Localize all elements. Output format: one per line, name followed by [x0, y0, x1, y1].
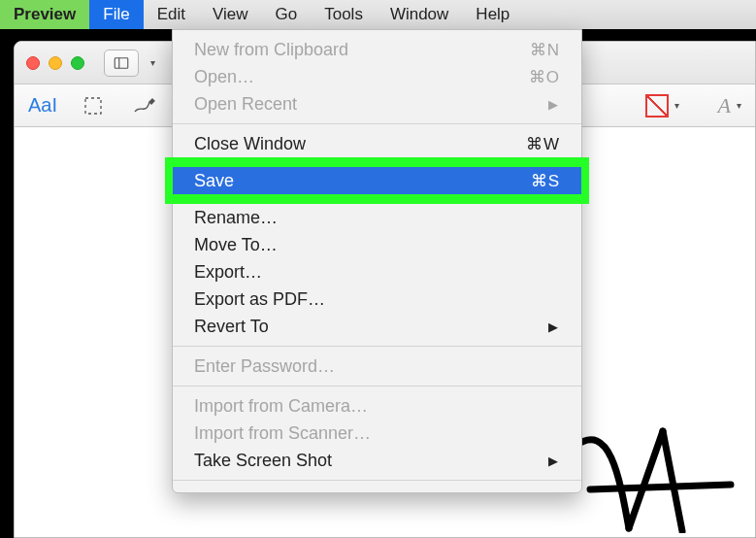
menubar: Preview File Edit View Go Tools Window H… — [0, 0, 756, 29]
menu-item-shortcut: ⌘S — [531, 171, 560, 191]
menu-item-export-as-pdf[interactable]: Export as PDF… — [173, 286, 581, 313]
svg-rect-9 — [85, 98, 101, 114]
menu-item-label: Export as PDF… — [194, 289, 560, 310]
menu-item-label: Move To… — [194, 235, 560, 255]
file-menu-dropdown: New from Clipboard⌘NOpen…⌘OOpen Recent▶ … — [172, 29, 582, 493]
menu-file[interactable]: File — [89, 0, 143, 29]
color-swatch-icon — [645, 94, 669, 118]
menu-item-label: Close Window — [194, 134, 526, 154]
svg-rect-0 — [115, 57, 128, 68]
close-button[interactable] — [26, 56, 40, 70]
menu-item-label: Enter Password… — [194, 356, 560, 377]
menu-item-shortcut: ⌘O — [529, 67, 560, 87]
menu-item-open-recent: Open Recent▶ — [173, 90, 581, 118]
submenu-arrow-icon: ▶ — [548, 454, 558, 468]
menu-item-take-screen-shot[interactable]: Take Screen Shot▶ — [173, 447, 581, 474]
sidebar-toggle-button[interactable] — [104, 50, 139, 77]
menu-view[interactable]: View — [199, 0, 262, 29]
menu-item-revert-to[interactable]: Revert To▶ — [173, 313, 581, 340]
chevron-down-icon: ▾ — [674, 100, 679, 111]
zoom-button[interactable] — [71, 56, 84, 70]
menu-item-save[interactable]: Save ⌘S — [173, 167, 581, 194]
submenu-arrow-icon: ▶ — [548, 97, 558, 112]
minimize-button[interactable] — [49, 56, 62, 70]
selection-tool[interactable] — [79, 91, 108, 120]
menu-item-label: Revert To — [194, 317, 548, 337]
handwritten-signature — [571, 417, 736, 537]
menu-item-label: Take Screen Shot — [194, 451, 548, 471]
menu-item-move-to[interactable]: Move To… — [173, 231, 581, 258]
menu-window[interactable]: Window — [377, 0, 462, 29]
menu-item-label: New from Clipboard — [194, 40, 530, 60]
menu-go[interactable]: Go — [262, 0, 312, 29]
menu-item-label: Export… — [194, 262, 560, 283]
submenu-arrow-icon: ▶ — [548, 319, 558, 334]
menu-item-rename[interactable]: Rename… — [173, 204, 581, 231]
sketch-tool[interactable] — [129, 91, 158, 120]
menu-item-import-from-scanner: Import from Scanner… — [173, 420, 581, 447]
text-tool[interactable]: AaI — [28, 91, 57, 120]
menu-item-new-from-clipboard: New from Clipboard⌘N — [173, 36, 581, 63]
menu-separator — [173, 123, 581, 124]
menu-item-label: Import from Camera… — [194, 396, 560, 417]
chevron-down-icon: ▾ — [737, 100, 741, 111]
menu-item-label: Save — [194, 171, 531, 191]
menu-separator — [173, 480, 581, 481]
font-icon: A — [718, 93, 731, 118]
menu-tools[interactable]: Tools — [311, 0, 377, 29]
chevron-down-icon: ▾ — [150, 57, 155, 68]
app-name[interactable]: Preview — [0, 0, 89, 29]
menu-item-label: Rename… — [194, 208, 560, 228]
menu-item-shortcut: ⌘N — [530, 40, 560, 60]
border-color-picker[interactable]: ▾ — [645, 94, 679, 118]
menu-item-enter-password: Enter Password… — [173, 353, 581, 380]
menu-edit[interactable]: Edit — [144, 0, 199, 29]
menu-item-label: Open Recent — [194, 94, 548, 115]
font-picker[interactable]: A ▾ — [718, 93, 741, 118]
menu-item-open: Open…⌘O — [173, 63, 581, 90]
menu-item-export[interactable]: Export… — [173, 258, 581, 286]
menu-item-label: Import from Scanner… — [194, 423, 560, 444]
menu-separator — [173, 346, 581, 347]
menu-separator — [173, 386, 581, 387]
menu-item-label: Open… — [194, 67, 529, 87]
menu-item-import-from-camera: Import from Camera… — [173, 392, 581, 420]
traffic-lights — [26, 56, 84, 70]
menu-help[interactable]: Help — [462, 0, 523, 29]
menu-item-shortcut: ⌘W — [526, 134, 560, 154]
menu-item-close-window[interactable]: Close Window⌘W — [173, 130, 581, 157]
